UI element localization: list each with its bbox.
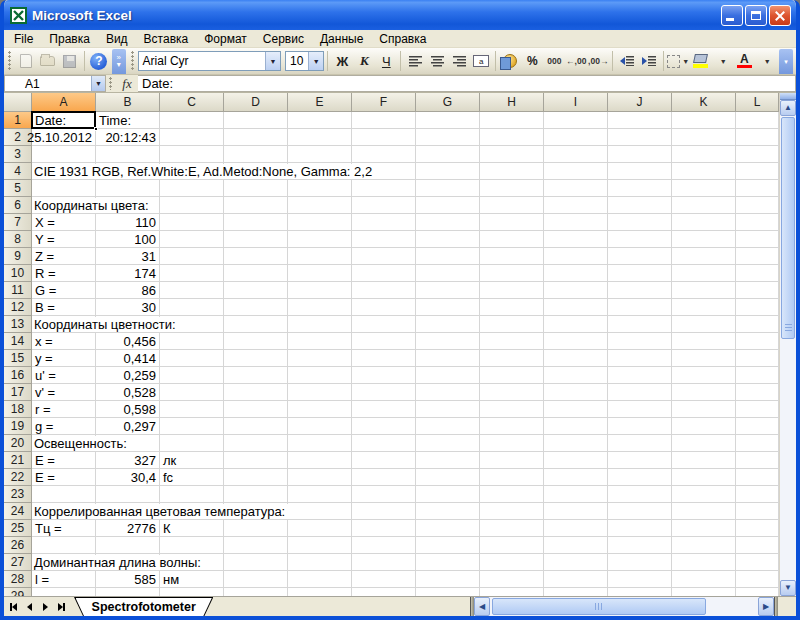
column-header-C[interactable]: C	[160, 93, 224, 112]
borders-button[interactable]: ▼	[667, 50, 689, 72]
cell-I16[interactable]	[544, 367, 608, 384]
cell-J20[interactable]	[608, 435, 672, 452]
column-header-B[interactable]: B	[96, 93, 160, 112]
cell-J4[interactable]	[608, 163, 672, 180]
cell-K1[interactable]	[672, 112, 736, 129]
cell-F28[interactable]	[352, 571, 416, 588]
cell-E28[interactable]	[288, 571, 352, 588]
name-box[interactable]: A1 ▼	[4, 75, 106, 92]
cell-K13[interactable]	[672, 316, 736, 333]
row-header-16[interactable]: 16	[4, 367, 32, 384]
cell-J18[interactable]	[608, 401, 672, 418]
previous-sheet-button[interactable]	[23, 600, 37, 614]
increase-decimal-button[interactable]: ←,00	[565, 50, 587, 72]
cell-G27[interactable]	[416, 554, 480, 571]
cell-A1[interactable]: Date:	[32, 112, 96, 129]
row-header-13[interactable]: 13	[4, 316, 32, 333]
cell-D16[interactable]	[224, 367, 288, 384]
underline-button[interactable]: Ч	[375, 50, 397, 72]
cell-K16[interactable]	[672, 367, 736, 384]
cell-L28[interactable]	[736, 571, 779, 588]
row-header-9[interactable]: 9	[4, 248, 32, 265]
cell-J3[interactable]	[608, 146, 672, 163]
cell-J19[interactable]	[608, 418, 672, 435]
cell-H21[interactable]	[480, 452, 544, 469]
thousands-separator-button[interactable]: 000	[543, 50, 565, 72]
cell-B15[interactable]: 0,414	[96, 350, 160, 367]
align-left-button[interactable]	[404, 50, 426, 72]
cell-G6[interactable]	[416, 197, 480, 214]
cell-H27[interactable]	[480, 554, 544, 571]
cell-K5[interactable]	[672, 180, 736, 197]
cell-H23[interactable]	[480, 486, 544, 503]
row-header-23[interactable]: 23	[4, 486, 32, 503]
cell-L26[interactable]	[736, 537, 779, 554]
row-header-29[interactable]: 29	[4, 588, 32, 596]
menu-item-правка[interactable]: Правка	[41, 30, 98, 47]
row-header-7[interactable]: 7	[4, 214, 32, 231]
cell-G4[interactable]	[416, 163, 480, 180]
cell-J17[interactable]	[608, 384, 672, 401]
cell-F7[interactable]	[352, 214, 416, 231]
cell-H8[interactable]	[480, 231, 544, 248]
cell-J21[interactable]	[608, 452, 672, 469]
row-header-11[interactable]: 11	[4, 282, 32, 299]
cell-A2[interactable]: 25.10.2012	[32, 129, 96, 146]
cell-D1[interactable]	[224, 112, 288, 129]
cell-D10[interactable]	[224, 265, 288, 282]
cell-H20[interactable]	[480, 435, 544, 452]
cell-H22[interactable]	[480, 469, 544, 486]
select-all-corner[interactable]	[4, 93, 32, 112]
cell-E19[interactable]	[288, 418, 352, 435]
column-header-D[interactable]: D	[224, 93, 288, 112]
cell-F24[interactable]	[352, 503, 416, 520]
cell-D28[interactable]	[224, 571, 288, 588]
cell-K15[interactable]	[672, 350, 736, 367]
formula-input[interactable]: Date:	[138, 75, 796, 92]
italic-button[interactable]: К	[353, 50, 375, 72]
cell-B5[interactable]	[96, 180, 160, 197]
cell-G21[interactable]	[416, 452, 480, 469]
cell-D9[interactable]	[224, 248, 288, 265]
cell-I24[interactable]	[544, 503, 608, 520]
cell-L17[interactable]	[736, 384, 779, 401]
cell-B12[interactable]: 30	[96, 299, 160, 316]
cell-D20[interactable]	[224, 435, 288, 452]
row-header-28[interactable]: 28	[4, 571, 32, 588]
vertical-split-handle[interactable]	[780, 93, 796, 100]
row-header-18[interactable]: 18	[4, 401, 32, 418]
cell-K11[interactable]	[672, 282, 736, 299]
cell-H26[interactable]	[480, 537, 544, 554]
close-button[interactable]	[769, 5, 791, 26]
cell-K24[interactable]	[672, 503, 736, 520]
scroll-up-button[interactable]: ▲	[780, 100, 796, 116]
cell-A3[interactable]	[32, 146, 96, 163]
cell-D2[interactable]	[224, 129, 288, 146]
cell-E11[interactable]	[288, 282, 352, 299]
cell-E24[interactable]	[288, 503, 352, 520]
toolbar-grip[interactable]	[8, 51, 12, 71]
row-header-20[interactable]: 20	[4, 435, 32, 452]
cell-I14[interactable]	[544, 333, 608, 350]
cell-L7[interactable]	[736, 214, 779, 231]
cell-D3[interactable]	[224, 146, 288, 163]
cell-H9[interactable]	[480, 248, 544, 265]
cell-J1[interactable]	[608, 112, 672, 129]
cell-J8[interactable]	[608, 231, 672, 248]
cell-D29[interactable]	[224, 588, 288, 596]
cell-C26[interactable]	[160, 537, 224, 554]
cell-B19[interactable]: 0,297	[96, 418, 160, 435]
column-header-H[interactable]: H	[480, 93, 544, 112]
decrease-indent-button[interactable]	[616, 50, 638, 72]
cell-J12[interactable]	[608, 299, 672, 316]
vertical-scrollbar[interactable]: ▲ ▼	[779, 93, 796, 596]
cell-C25[interactable]: К	[160, 520, 224, 537]
cell-D25[interactable]	[224, 520, 288, 537]
cell-E16[interactable]	[288, 367, 352, 384]
cell-B3[interactable]	[96, 146, 160, 163]
menu-item-справка[interactable]: Справка	[371, 30, 434, 47]
cell-J29[interactable]	[608, 588, 672, 596]
cell-B26[interactable]	[96, 537, 160, 554]
cell-C6[interactable]	[160, 197, 224, 214]
font-color-dropdown[interactable]: ▼	[755, 50, 777, 72]
